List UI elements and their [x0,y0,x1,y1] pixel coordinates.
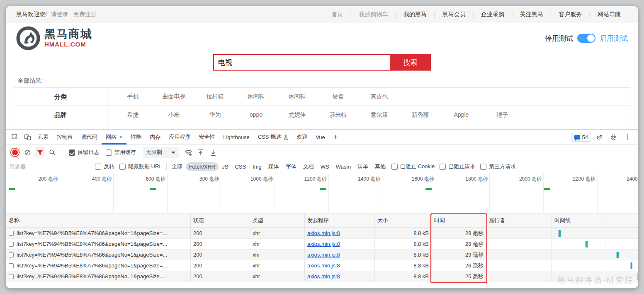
col-header-status[interactable]: 状态 [191,213,250,228]
register-link[interactable]: 免费注册 [73,11,97,17]
initiator-link[interactable]: axios.min.js:8 [307,241,340,247]
network-request-row[interactable]: list?key=%E7%94%B5%E8%A7%86&pageNo=1&pag… [6,250,638,260]
pill-css[interactable]: CSS [231,162,249,171]
pill-media[interactable]: 媒体 [265,162,282,172]
filter-option[interactable]: oppo [236,111,277,119]
record-network-log-button[interactable] [10,147,20,158]
nav-item-home[interactable]: 首页 [325,11,350,18]
import-har-icon[interactable] [195,147,206,158]
filter-option[interactable]: 小米 [153,111,194,119]
login-link[interactable]: 请登录 [51,11,68,17]
search-input[interactable] [213,54,390,71]
tab-console[interactable]: 控制台 [53,130,77,145]
preserve-log-checkbox[interactable]: 保留日志 [69,149,99,156]
tab-security[interactable]: 安全性 [194,130,219,145]
col-header-name[interactable]: 名称 [6,213,191,228]
test-toggle-switch[interactable] [577,34,595,43]
close-tab-icon[interactable]: × [119,134,122,140]
nav-item-my-heima[interactable]: 我的黑马 [396,11,434,18]
filter-option[interactable]: 拉杆箱 [194,93,236,100]
waterfall-bar[interactable] [585,241,588,247]
tab-lighthouse[interactable]: Lighthouse [219,130,254,145]
throttling-select[interactable]: 无限制 [143,147,179,158]
filter-option[interactable]: 尤妮佳 [277,111,318,119]
pill-ws[interactable]: WS [317,162,333,171]
pill-fetch-xhr[interactable]: Fetch/XHR [186,162,219,171]
blocked-requests-checkbox[interactable]: 已阻止请求 [440,163,475,170]
nav-item-enterprise[interactable]: 企业采购 [474,11,511,18]
pill-doc[interactable]: 文档 [300,162,317,172]
nav-item-sitemap[interactable]: 网站导航 [591,11,628,18]
row-checkbox[interactable] [9,242,14,247]
pill-font[interactable]: 字体 [282,162,300,172]
col-header-type[interactable]: 类型 [250,213,305,228]
export-har-icon[interactable] [208,147,219,158]
tab-performance[interactable]: 性能 [126,130,146,145]
filter-option[interactable]: 真皮包 [359,93,400,100]
col-header-size[interactable]: 大小 [375,213,432,228]
row-checkbox[interactable] [9,263,14,268]
pill-other[interactable]: 其他 [372,162,389,172]
filter-option[interactable]: 希捷 [112,111,153,119]
col-header-fulfilled-by[interactable]: 履行者 [486,213,552,228]
row-checkbox[interactable] [9,274,14,279]
hide-data-url-checkbox[interactable]: 隐藏数据 URL [119,163,162,170]
filter-option[interactable]: 曲面电视 [153,93,194,100]
pill-wasm[interactable]: Wasm [333,162,354,171]
tab-sources[interactable]: 源代码 [77,130,102,145]
settings-gear-icon[interactable] [607,131,620,143]
network-request-row[interactable]: list?key=%E7%94%B5%E8%A7%86&pageNo=1&pag… [6,228,638,239]
filter-option[interactable]: 意尔康 [359,111,400,119]
filter-option[interactable]: 休闲鞋 [277,93,318,100]
tab-vue[interactable]: Vue [311,130,329,145]
inspect-element-icon[interactable] [9,131,21,143]
network-request-row[interactable]: list?key=%E7%94%B5%E8%A7%86&pageNo=1&pag… [6,260,638,271]
clear-network-log-button[interactable] [22,147,33,158]
pill-js[interactable]: JS [219,162,231,171]
filter-option[interactable]: 休闲鞋 [236,93,277,100]
pill-all[interactable]: 全部 [168,162,186,172]
filter-option[interactable]: 手机 [112,93,153,100]
more-tabs-plus-icon[interactable]: + [329,133,342,142]
nav-item-follow[interactable]: 关注黑马 [513,11,550,18]
filter-input[interactable] [10,162,92,171]
nav-item-member[interactable]: 黑马会员 [435,11,472,18]
network-request-row[interactable]: list?key=%E7%94%B5%E8%A7%86&pageNo=1&pag… [6,271,638,282]
network-conditions-icon[interactable] [183,147,194,158]
waterfall-bar[interactable] [616,252,619,258]
invert-checkbox[interactable]: 反转 [95,163,114,170]
initiator-link[interactable]: axios.min.js:8 [307,262,340,269]
filter-option[interactable]: 锤子 [482,111,523,119]
waterfall-bar[interactable] [630,262,632,269]
tab-elements[interactable]: 元素 [34,130,53,145]
more-options-icon[interactable] [621,131,634,143]
pill-manifest[interactable]: 清单 [354,162,372,172]
network-overview-timeline[interactable]: 200 毫秒 400 毫秒 600 毫秒 800 毫秒 1000 毫秒 1200… [6,173,638,213]
filter-option[interactable]: 莎米特 [318,111,359,119]
waterfall-bar[interactable] [637,273,638,280]
disable-cache-checkbox[interactable]: 禁用缓存 [106,149,136,156]
initiator-link[interactable]: axios.min.js:8 [307,273,340,279]
row-checkbox[interactable] [9,252,14,257]
col-header-initiator[interactable]: 发起程序 [305,213,375,228]
search-button[interactable]: 搜索 [390,54,431,71]
search-icon[interactable] [47,147,58,158]
filter-option[interactable]: Apple [441,111,482,119]
pill-img[interactable]: Img [249,162,265,171]
col-header-time[interactable]: 时间 [432,213,486,228]
site-logo[interactable]: 黑马商城 HMALL.COM [16,26,92,50]
third-party-checkbox[interactable]: 第三方请求 [480,163,516,170]
tab-network[interactable]: 网络× [102,130,126,145]
issues-icon[interactable] [593,131,605,143]
tab-welcome[interactable]: 欢迎 [292,130,311,145]
filter-option[interactable]: 新秀丽 [400,111,441,119]
filter-option[interactable]: 华为 [194,111,236,119]
tab-memory[interactable]: 内存 [146,130,165,145]
initiator-link[interactable]: axios.min.js:8 [307,252,340,258]
waterfall-bar[interactable] [558,230,561,237]
col-header-waterfall[interactable]: 时间线 [552,213,638,228]
nav-item-service[interactable]: 客户服务 [552,11,589,18]
filter-option[interactable]: 硬盘 [318,93,359,100]
initiator-link[interactable]: axios.min.js:8 [307,230,340,236]
nav-item-cart[interactable]: 我的购物车 [352,11,395,18]
